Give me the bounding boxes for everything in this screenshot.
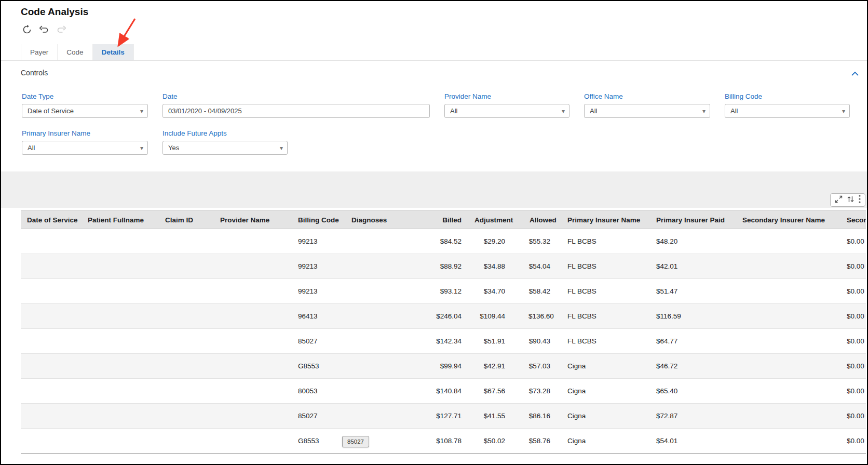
filters-row-2: Primary Insurer NameAll▾Include Future A…	[22, 129, 867, 155]
cell-billing_code: 99213	[292, 229, 345, 254]
cell-primary_insurer_name: Cigna	[561, 379, 650, 404]
cell-billed: $140.84	[404, 379, 467, 404]
cell-primary_insurer_name: Cigna	[561, 404, 650, 429]
sort-columns-button[interactable]	[847, 195, 855, 205]
cell-secondary_insurer_name	[736, 304, 840, 329]
cell-billing_code: 99213	[292, 279, 345, 304]
filter-include-future-appts: Include Future ApptsYes▾	[162, 129, 288, 155]
column-header-allowed[interactable]: Allowed	[522, 211, 561, 229]
table-row[interactable]: G8553$99.94$42.91$57.03Cigna$46.72$0.00	[21, 354, 866, 379]
cell-secondary_insurer_paid: $0.00	[840, 379, 866, 404]
filter-provider-name: Provider NameAll▾	[444, 92, 569, 118]
field-value: Date of Service	[28, 107, 74, 115]
date-input[interactable]: 03/01/2020 - 04/09/2025	[162, 104, 430, 118]
column-header-primary-insurer-paid[interactable]: Primary Insurer Paid	[650, 211, 736, 229]
column-header-secon[interactable]: Secon	[840, 211, 866, 229]
table-row[interactable]: 96413$246.04$109.44$136.60FL BCBS$116.59…	[21, 304, 866, 329]
expand-button[interactable]	[835, 195, 843, 205]
chevron-down-icon: ▾	[140, 145, 143, 151]
billing-code-select[interactable]: All▾	[725, 104, 850, 118]
table-row[interactable]: 80053$140.84$67.56$73.28Cigna$65.40$0.00	[21, 379, 866, 404]
column-header-provider-name[interactable]: Provider Name	[214, 211, 292, 229]
cell-billed: $142.34	[404, 329, 467, 354]
redo-button[interactable]	[56, 25, 66, 36]
chevron-down-icon: ▾	[280, 145, 283, 151]
cell-secondary_insurer_name	[736, 404, 840, 429]
cell-secondary_insurer_paid: $0.00	[840, 429, 866, 454]
field-value: All	[590, 107, 597, 115]
tab-payer[interactable]: Payer	[21, 44, 58, 60]
column-header-diagnoses[interactable]: Diagnoses	[345, 211, 404, 229]
sort-arrows-icon	[847, 195, 855, 205]
column-header-billing-code[interactable]: Billing Code	[292, 211, 345, 229]
page-title: Code Analysis	[21, 6, 867, 18]
field-value: All	[730, 107, 738, 115]
column-header-patient-fullname[interactable]: Patient Fullname	[82, 211, 159, 229]
cell-primary_insurer_paid: $46.72	[650, 354, 736, 379]
cell-billing_code: 80053	[292, 379, 345, 404]
filter-label: Provider Name	[444, 92, 569, 100]
tab-details[interactable]: Details	[93, 44, 134, 60]
cell-allowed: $90.43	[522, 329, 561, 354]
column-header-billed[interactable]: Billed	[404, 211, 467, 229]
column-header-claim-id[interactable]: Claim ID	[159, 211, 214, 229]
cell-date_of_service	[21, 379, 82, 404]
cell-adjustment: $34.88	[467, 254, 522, 279]
chevron-down-icon: ▾	[140, 108, 143, 114]
cell-billing_code: G8553	[292, 429, 345, 454]
provider-name-select[interactable]: All▾	[444, 104, 569, 118]
reset-icon	[22, 25, 32, 36]
tab-code[interactable]: Code	[58, 44, 92, 60]
column-header-primary-insurer-name[interactable]: Primary Insurer Name	[561, 211, 650, 229]
cell-claim_id	[159, 279, 214, 304]
cell-allowed: $55.32	[522, 229, 561, 254]
cell-primary_insurer_paid: $48.20	[650, 229, 736, 254]
cell-billed: $88.92	[404, 254, 467, 279]
primary-insurer-name-select[interactable]: All▾	[22, 141, 148, 155]
office-name-select[interactable]: All▾	[584, 104, 710, 118]
cell-adjustment: $67.56	[467, 379, 522, 404]
table-body: 99213$84.52$29.20$55.32FL BCBS$48.20$0.0…	[21, 229, 866, 454]
column-header-adjustment[interactable]: Adjustment	[467, 211, 522, 229]
table-row[interactable]: 99213$88.92$34.88$54.04FL BCBS$42.01$0.0…	[21, 254, 866, 279]
cell-adjustment: $51.91	[467, 329, 522, 354]
cell-date_of_service	[21, 354, 82, 379]
cell-primary_insurer_name: FL BCBS	[561, 304, 650, 329]
table-row[interactable]: 85027$127.71$41.55$86.16Cigna$72.87$0.00	[21, 404, 866, 429]
cell-secondary_insurer_paid: $0.00	[840, 404, 866, 429]
filter-label: Primary Insurer Name	[22, 129, 148, 137]
controls-title: Controls	[21, 69, 48, 77]
reset-button[interactable]	[22, 25, 32, 36]
kebab-menu-icon	[859, 195, 861, 205]
filter-label: Include Future Appts	[162, 129, 288, 137]
cell-secondary_insurer_paid: $0.00	[840, 254, 866, 279]
table-row[interactable]: 99213$93.12$34.70$58.42FL BCBS$51.47$0.0…	[21, 279, 866, 304]
cell-primary_insurer_name: FL BCBS	[561, 254, 650, 279]
cell-primary_insurer_paid: $64.77	[650, 329, 736, 354]
cell-primary_insurer_name: Cigna	[561, 354, 650, 379]
table-row[interactable]: 99213$84.52$29.20$55.32FL BCBS$48.20$0.0…	[21, 229, 866, 254]
cell-provider_name	[214, 379, 292, 404]
column-header-secondary-insurer-name[interactable]: Secondary Insurer Name	[736, 211, 840, 229]
filter-label: Date Type	[22, 92, 148, 100]
date-type-select[interactable]: Date of Service▾	[22, 104, 148, 118]
filter-billing-code: Billing CodeAll▾	[725, 92, 850, 118]
cell-primary_insurer_name: FL BCBS	[561, 279, 650, 304]
cell-date_of_service	[21, 304, 82, 329]
undo-button[interactable]	[39, 25, 49, 36]
collapse-controls-button[interactable]	[850, 68, 860, 78]
cell-diagnoses	[345, 254, 404, 279]
cell-diagnoses	[345, 354, 404, 379]
cell-adjustment: $41.55	[467, 404, 522, 429]
table-row[interactable]: 85027$142.34$51.91$90.43FL BCBS$64.77$0.…	[21, 329, 866, 354]
cell-secondary_insurer_paid: $0.00	[840, 304, 866, 329]
chevron-down-icon: ▾	[562, 108, 565, 114]
more-options-button[interactable]	[859, 195, 861, 205]
include-future-appts-select[interactable]: Yes▾	[162, 141, 288, 155]
cell-secondary_insurer_name	[736, 354, 840, 379]
cell-claim_id	[159, 329, 214, 354]
column-header-date-of-service[interactable]: Date of Service	[21, 211, 82, 229]
controls-header: Controls	[1, 61, 867, 78]
table-row[interactable]: G8553$108.78$50.02$58.76Cigna$54.01$0.00	[21, 429, 866, 454]
cell-allowed: $57.03	[522, 354, 561, 379]
